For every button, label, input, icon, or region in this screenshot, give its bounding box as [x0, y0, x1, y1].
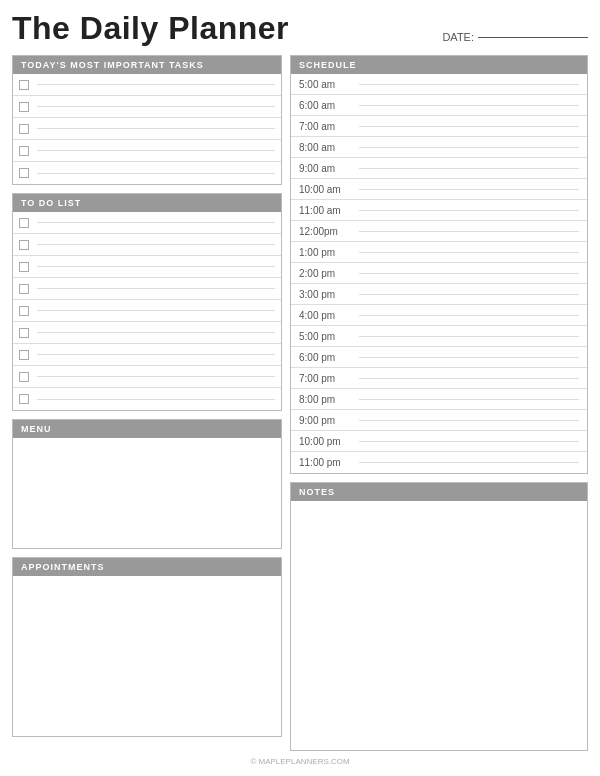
checkbox[interactable]	[19, 262, 29, 272]
time-label: 7:00 am	[299, 121, 359, 132]
checkbox[interactable]	[19, 146, 29, 156]
row-line	[37, 310, 275, 311]
list-item[interactable]: 3:00 pm	[291, 284, 587, 305]
list-item[interactable]: 9:00 pm	[291, 410, 587, 431]
schedule-line	[359, 231, 579, 232]
list-item[interactable]	[13, 96, 281, 118]
list-item[interactable]: 9:00 am	[291, 158, 587, 179]
list-item[interactable]: 7:00 pm	[291, 368, 587, 389]
important-tasks-header: TODAY'S MOST IMPORTANT TASKS	[13, 56, 281, 74]
list-item[interactable]: 7:00 am	[291, 116, 587, 137]
notes-body[interactable]	[291, 501, 587, 750]
row-line	[37, 332, 275, 333]
list-item[interactable]	[13, 234, 281, 256]
date-label: DATE:	[442, 31, 474, 43]
schedule-body: 5:00 am 6:00 am 7:00 am 8:00 am	[291, 74, 587, 473]
row-line	[37, 288, 275, 289]
list-item[interactable]: 6:00 am	[291, 95, 587, 116]
list-item[interactable]: 5:00 am	[291, 74, 587, 95]
notes-header: NOTES	[291, 483, 587, 501]
appointments-body[interactable]	[13, 576, 281, 736]
schedule-line	[359, 84, 579, 85]
footer: © MAPLEPLANNERS.COM	[12, 757, 588, 768]
checkbox[interactable]	[19, 218, 29, 228]
schedule-header: SCHEDULE	[291, 56, 587, 74]
time-label: 5:00 am	[299, 79, 359, 90]
appointments-header: APPOINTMENTS	[13, 558, 281, 576]
time-label: 11:00 am	[299, 205, 359, 216]
row-line	[37, 128, 275, 129]
time-label: 6:00 pm	[299, 352, 359, 363]
time-label: 9:00 am	[299, 163, 359, 174]
list-item[interactable]: 6:00 pm	[291, 347, 587, 368]
menu-body[interactable]	[13, 438, 281, 548]
schedule-line	[359, 315, 579, 316]
list-item[interactable]	[13, 118, 281, 140]
list-item[interactable]: 1:00 pm	[291, 242, 587, 263]
schedule-line	[359, 336, 579, 337]
main-content: TODAY'S MOST IMPORTANT TASKS	[12, 55, 588, 751]
row-line	[37, 266, 275, 267]
checkbox[interactable]	[19, 240, 29, 250]
schedule-line	[359, 147, 579, 148]
todo-header: TO DO LIST	[13, 194, 281, 212]
notes-section: NOTES	[290, 482, 588, 751]
row-line	[37, 150, 275, 151]
list-item[interactable]: 11:00 pm	[291, 452, 587, 473]
list-item[interactable]: 11:00 am	[291, 200, 587, 221]
time-label: 5:00 pm	[299, 331, 359, 342]
schedule-line	[359, 399, 579, 400]
time-label: 11:00 pm	[299, 457, 359, 468]
checkbox[interactable]	[19, 168, 29, 178]
checkbox[interactable]	[19, 284, 29, 294]
schedule-line	[359, 441, 579, 442]
list-item[interactable]	[13, 162, 281, 184]
list-item[interactable]: 12:00pm	[291, 221, 587, 242]
list-item[interactable]	[13, 74, 281, 96]
time-label: 8:00 pm	[299, 394, 359, 405]
checkbox[interactable]	[19, 328, 29, 338]
checkbox[interactable]	[19, 124, 29, 134]
page: The Daily Planner DATE: TODAY'S MOST IMP…	[0, 0, 600, 776]
checkbox[interactable]	[19, 102, 29, 112]
list-item[interactable]: 8:00 am	[291, 137, 587, 158]
checkbox[interactable]	[19, 372, 29, 382]
checkbox[interactable]	[19, 350, 29, 360]
page-title: The Daily Planner	[12, 10, 289, 47]
header: The Daily Planner DATE:	[12, 10, 588, 47]
list-item[interactable]: 2:00 pm	[291, 263, 587, 284]
list-item[interactable]: 5:00 pm	[291, 326, 587, 347]
list-item[interactable]	[13, 140, 281, 162]
row-line	[37, 244, 275, 245]
time-label: 10:00 pm	[299, 436, 359, 447]
list-item[interactable]	[13, 388, 281, 410]
list-item[interactable]	[13, 212, 281, 234]
list-item[interactable]	[13, 366, 281, 388]
list-item[interactable]	[13, 278, 281, 300]
list-item[interactable]	[13, 300, 281, 322]
appointments-section: APPOINTMENTS	[12, 557, 282, 737]
important-tasks-body	[13, 74, 281, 184]
time-label: 2:00 pm	[299, 268, 359, 279]
row-line	[37, 222, 275, 223]
list-item[interactable]: 10:00 pm	[291, 431, 587, 452]
list-item[interactable]: 8:00 pm	[291, 389, 587, 410]
date-field: DATE:	[442, 31, 588, 47]
checkbox[interactable]	[19, 394, 29, 404]
list-item[interactable]: 10:00 am	[291, 179, 587, 200]
left-column: TODAY'S MOST IMPORTANT TASKS	[12, 55, 282, 751]
row-line	[37, 84, 275, 85]
row-line	[37, 354, 275, 355]
right-column: SCHEDULE 5:00 am 6:00 am 7:00 am	[290, 55, 588, 751]
list-item[interactable]	[13, 256, 281, 278]
date-underline[interactable]	[478, 37, 588, 38]
checkbox[interactable]	[19, 306, 29, 316]
time-label: 3:00 pm	[299, 289, 359, 300]
list-item[interactable]	[13, 322, 281, 344]
time-label: 8:00 am	[299, 142, 359, 153]
time-label: 10:00 am	[299, 184, 359, 195]
checkbox[interactable]	[19, 80, 29, 90]
list-item[interactable]: 4:00 pm	[291, 305, 587, 326]
schedule-line	[359, 378, 579, 379]
list-item[interactable]	[13, 344, 281, 366]
